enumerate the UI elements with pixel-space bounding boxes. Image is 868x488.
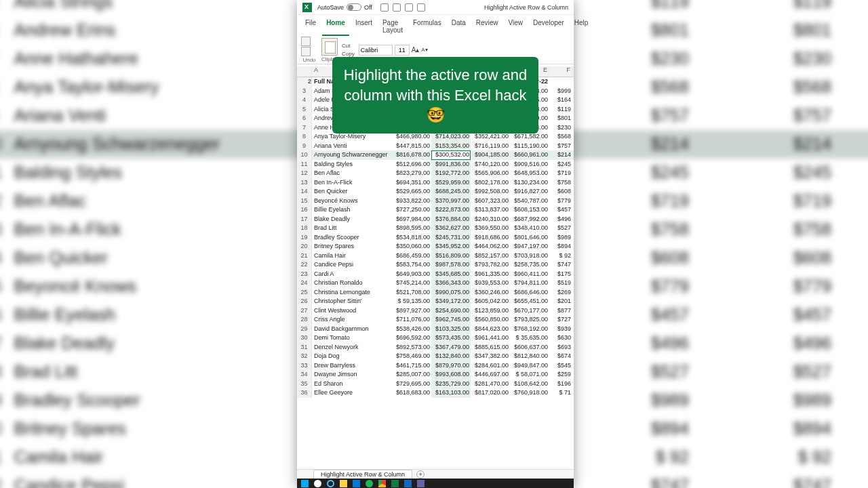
cell[interactable]: $961,335.00 (471, 270, 510, 279)
cell[interactable]: $466,980.00 (392, 132, 431, 142)
cell[interactable]: $519 (549, 279, 572, 288)
row-31[interactable]: 31Denzel Newyork$892,573.00$367,479.00$8… (297, 343, 574, 352)
row-header[interactable]: 18 (297, 224, 312, 233)
cell[interactable]: $464,062.00 (471, 242, 510, 251)
cell[interactable]: $660,961.00 (510, 150, 549, 160)
cell[interactable]: $757 (549, 142, 572, 151)
cell[interactable]: $816,678.00 (392, 150, 431, 160)
cell[interactable]: Billie Eyelash (312, 205, 392, 215)
cell[interactable]: $345,952.00 (431, 242, 471, 251)
cell[interactable]: $360,246.00 (471, 288, 510, 298)
row-header[interactable]: 27 (297, 306, 312, 316)
cell[interactable]: $573,435.00 (431, 333, 471, 343)
row-25[interactable]: 25Christina Lemongate$521,708.00$990,075… (297, 288, 574, 298)
row-header[interactable]: 29 (297, 325, 312, 334)
cell[interactable] (549, 77, 572, 87)
cell[interactable]: $132,840.00 (431, 352, 471, 361)
cell[interactable]: $240,310.00 (471, 215, 510, 224)
cell[interactable]: $648,953.00 (510, 169, 549, 178)
cell[interactable]: $823,279.00 (392, 169, 431, 178)
cell[interactable]: $686,459.00 (392, 251, 431, 261)
cell[interactable]: $916,827.00 (510, 187, 549, 197)
row-header[interactable]: 26 (297, 297, 312, 306)
cell[interactable]: $961,441.00 (471, 333, 510, 343)
cell[interactable]: $812,840.00 (510, 352, 549, 361)
cell[interactable]: $729,695.00 (392, 380, 431, 389)
cell[interactable]: $ 58,071.00 (510, 370, 549, 380)
cell[interactable]: Britney Spares (312, 242, 392, 251)
row-header[interactable]: 34 (297, 370, 312, 380)
row-header[interactable]: 8 (297, 132, 312, 142)
cell[interactable]: $245 (549, 160, 572, 169)
redo-icon[interactable] (301, 47, 311, 56)
cell[interactable]: $703,918.00 (510, 251, 549, 261)
cell[interactable]: $192,772.00 (431, 169, 471, 178)
cell[interactable]: $939,553.00 (471, 279, 510, 288)
cell[interactable]: $529,959.00 (431, 178, 471, 188)
cell[interactable]: David Backgammon (312, 325, 392, 334)
cell[interactable]: $909,516.00 (510, 160, 549, 169)
outlook-icon[interactable] (404, 480, 412, 487)
row-header[interactable]: 24 (297, 279, 312, 288)
cell[interactable]: $447,815.00 (392, 142, 431, 151)
cell[interactable]: $745,214.00 (392, 279, 431, 288)
cell[interactable]: $727,250.00 (392, 205, 431, 215)
cell[interactable]: Ariana Venti (312, 142, 392, 151)
row-header[interactable]: 12 (297, 169, 312, 178)
ribbon-tab-help[interactable]: Help (570, 17, 593, 36)
cell[interactable]: $ 92 (549, 251, 572, 261)
row-header[interactable]: 15 (297, 197, 312, 206)
cell[interactable]: Drew Barryless (312, 361, 392, 371)
cell[interactable]: $115,190.00 (510, 142, 549, 151)
row-header[interactable]: 10 (297, 150, 312, 160)
cell[interactable]: $655,451.00 (510, 297, 549, 306)
row-header[interactable]: 16 (297, 205, 312, 215)
cut-button[interactable]: Cut (342, 43, 355, 49)
cell[interactable]: $852,157.00 (471, 251, 510, 261)
cell[interactable]: $538,426.00 (392, 325, 431, 334)
cell[interactable]: Ben Aflac (312, 169, 392, 178)
row-header[interactable]: 35 (297, 380, 312, 389)
cell[interactable]: $235,729.00 (431, 380, 471, 389)
cell[interactable]: $ 71 (549, 388, 572, 398)
cell[interactable]: Balding Styles (312, 160, 392, 169)
cell[interactable]: $512,696.00 (392, 160, 431, 169)
cell[interactable]: $801,646.00 (510, 233, 549, 243)
cell[interactable]: $716,119.00 (471, 142, 510, 151)
ribbon-tab-review[interactable]: Review (472, 17, 502, 36)
row-15[interactable]: 15Beyoncé Knows$933,822.00$370,997.00$60… (297, 197, 574, 206)
cell[interactable]: $163,103.00 (431, 388, 471, 398)
cell[interactable]: $987,578.00 (431, 260, 471, 270)
cell[interactable]: $153,354.00 (431, 142, 471, 151)
cell[interactable]: Ben Quicker (312, 187, 392, 197)
cell[interactable]: $348,410.00 (510, 224, 549, 233)
cell[interactable]: Ben In-A-Flick (312, 178, 392, 188)
cell[interactable]: $918,686.00 (471, 233, 510, 243)
cell[interactable]: Demi Tomato (312, 333, 392, 343)
chrome-icon[interactable] (378, 480, 386, 487)
row-header[interactable]: 33 (297, 361, 312, 371)
cell[interactable]: $254,690.00 (431, 306, 471, 316)
cell[interactable]: $ 35,635.00 (510, 333, 549, 343)
decrease-font-icon[interactable]: A▾ (421, 47, 427, 53)
row-header[interactable]: 32 (297, 352, 312, 361)
cortana-icon[interactable] (327, 480, 334, 487)
new-icon[interactable] (393, 3, 401, 12)
save-icon[interactable] (380, 3, 389, 12)
row-24[interactable]: 24Christian Ronaldo$745,214.00$366,343.0… (297, 279, 574, 288)
row-header[interactable]: 31 (297, 343, 312, 352)
cell[interactable]: $939 (549, 325, 572, 334)
add-sheet-button[interactable]: + (416, 470, 425, 479)
ribbon-tab-data[interactable]: Data (448, 17, 470, 36)
row-header[interactable]: 11 (297, 160, 312, 169)
cell[interactable]: $758,469.00 (392, 352, 431, 361)
cell[interactable]: $349,172.00 (431, 297, 471, 306)
cell[interactable]: $370,997.00 (431, 197, 471, 206)
cell[interactable]: $606,637.00 (510, 343, 549, 352)
cell[interactable]: $103,325.00 (431, 325, 471, 334)
cell[interactable]: Candice Pepsi (312, 260, 392, 270)
cell[interactable]: $362,627.00 (431, 224, 471, 233)
cell[interactable]: $258,735.00 (510, 260, 549, 270)
cell[interactable]: $516,809.00 (431, 251, 471, 261)
cell[interactable]: $949,847.00 (510, 361, 549, 371)
